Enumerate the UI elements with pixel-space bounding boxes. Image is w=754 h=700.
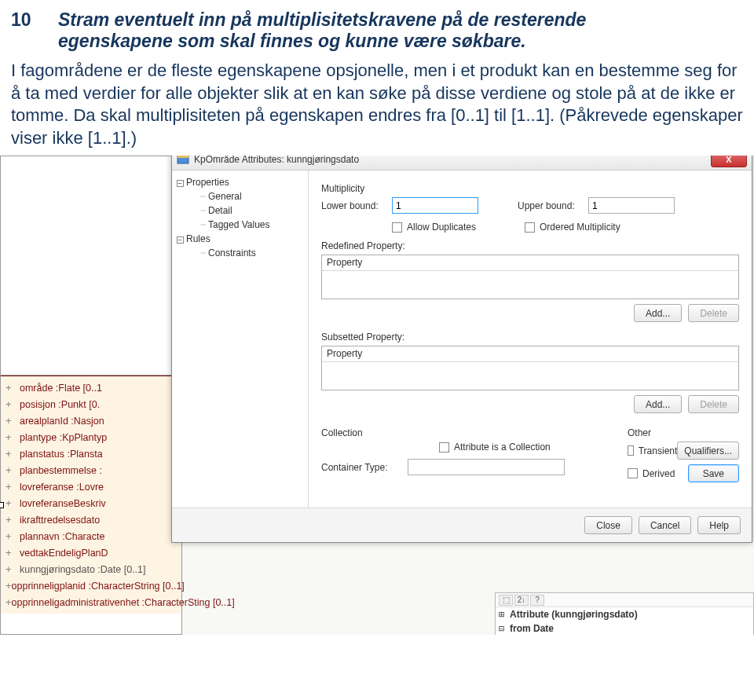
qualifiers-button[interactable]: Qualifiers... [677,442,739,460]
prop-cat-icon[interactable]: 2↓ [514,595,529,606]
multiplicity-label: Multiplicity [321,183,739,194]
tree-constraints[interactable]: ┈Constraints [175,246,305,260]
upper-bound-label: Upper bound: [518,200,588,211]
tree-rules[interactable]: −Rules [175,232,305,246]
dialog-content: Multiplicity Lower bound: Upper bound: A… [309,170,752,508]
attr-row[interactable]: +arealplanId :Nasjon [5,412,177,429]
subsetted-label: Subsetted Property: [321,332,739,343]
dialog-footer: Close Cancel Help [172,508,752,542]
other-label: Other [628,427,739,438]
allow-duplicates-label: Allow Duplicates [407,222,525,233]
attr-row[interactable]: +planbestemmelse : [5,462,177,478]
dialog-nav-tree[interactable]: −Properties ┈General ┈Detail ┈Tagged Val… [172,170,309,508]
heading-body: Stram eventuelt inn på multiplisitetskra… [58,9,586,52]
attr-row-selected[interactable]: +kunngjøringsdato :Date [0..1] [5,561,177,577]
prop-attribute-row[interactable]: ⊞ Attribute (kunngjøringsdato) [496,607,753,621]
collapse-icon[interactable]: ⊟ [499,623,510,634]
properties-toolbar: ⬚ 2↓ ? [496,593,753,607]
attr-row[interactable]: +opprinneligplanid :CharacterString [0..… [5,577,177,594]
panel-top-spacer [1,156,181,376]
ordered-checkbox[interactable] [525,222,535,233]
dialog-icon [177,156,189,166]
redefined-label: Redefined Property: [321,240,739,251]
class-attributes-panel: +område :Flate [0..1 +posisjon :Punkt [0… [0,156,182,635]
attr-row[interactable]: +område :Flate [0..1 [5,379,177,396]
tree-detail[interactable]: ┈Detail [175,203,305,218]
save-button[interactable]: Save [688,464,739,482]
attributes-dialog: KpOmråde Attributes: kunngjøringsdato X … [171,156,752,543]
attr-row[interactable]: +plantype :KpPlantyp [5,429,177,445]
transient-checkbox[interactable] [628,445,634,456]
tree-general[interactable]: ┈General [175,189,305,203]
redefined-delete-button[interactable]: Delete [688,304,739,322]
container-type-input[interactable] [408,459,565,475]
lower-bound-input[interactable] [392,197,478,214]
resize-handle[interactable] [0,502,4,508]
close-button[interactable]: X [711,156,747,167]
derived-label: Derived [642,468,688,479]
dialog-title: KpOmråde Attributes: kunngjøringsdato [194,156,711,165]
tree-tagged-values[interactable]: ┈Tagged Values [175,218,305,232]
help-button[interactable]: Help [697,516,741,534]
prop-fromdate-row[interactable]: ⊟ from Date [496,621,753,635]
svg-rect-1 [178,156,188,158]
expand-icon[interactable]: ⊞ [499,609,510,620]
attr-row[interactable]: +vedtakEndeligPlanD [5,544,177,561]
attr-row[interactable]: +lovreferanse :Lovre [5,478,177,495]
attr-row[interactable]: +posisjon :Punkt [0. [5,396,177,412]
close-icon: X [726,156,731,164]
tree-properties[interactable]: −Properties [175,175,305,189]
attribute-list[interactable]: +område :Flate [0..1 +posisjon :Punkt [0… [1,376,181,614]
container-type-label: Container Type: [321,462,408,473]
collection-label: Collection [321,427,613,438]
heading-number: 10 [11,9,58,52]
is-collection-label: Attribute is a Collection [454,442,551,453]
paragraph: I fagområdene er de fleste egenskapene o… [11,60,743,149]
is-collection-checkbox[interactable] [439,442,449,453]
heading: 10 Stram eventuelt inn på multiplisitets… [11,9,743,52]
lower-bound-label: Lower bound: [321,200,392,211]
attr-row[interactable]: +opprinneligadministrativenhet :Characte… [5,594,177,610]
upper-bound-input[interactable] [588,197,675,214]
derived-checkbox[interactable] [628,468,638,478]
subsetted-list[interactable]: Property [321,346,739,390]
subsetted-add-button[interactable]: Add... [634,395,682,413]
attr-row[interactable]: +planstatus :Plansta [5,445,177,462]
ordered-label: Ordered Multiplicity [540,222,620,233]
dialog-titlebar[interactable]: KpOmråde Attributes: kunngjøringsdato X [172,156,752,170]
properties-panel[interactable]: ⬚ 2↓ ? ⊞ Attribute (kunngjøringsdato) ⊟ … [495,592,754,635]
subsetted-delete-button[interactable]: Delete [688,395,739,413]
allow-duplicates-checkbox[interactable] [392,222,402,233]
close-dialog-button[interactable]: Close [584,516,632,534]
attr-row[interactable]: +lovreferanseBeskriv [5,495,177,511]
redefined-add-button[interactable]: Add... [634,304,682,322]
prop-sort-icon[interactable]: ⬚ [499,595,513,606]
document-text: 10 Stram eventuelt inn på multiplisitets… [0,0,754,156]
redefined-col-header: Property [322,255,738,271]
redefined-list[interactable]: Property [321,255,739,299]
attr-row[interactable]: +ikrafttredelsesdato [5,511,177,528]
attr-row[interactable]: +plannavn :Characte [5,528,177,544]
subsetted-col-header: Property [322,346,738,362]
prop-help-icon[interactable]: ? [530,595,544,606]
cancel-button[interactable]: Cancel [639,516,691,534]
app-area: +område :Flate [0..1 +posisjon :Punkt [0… [0,156,754,635]
transient-label: Transient [639,445,678,456]
